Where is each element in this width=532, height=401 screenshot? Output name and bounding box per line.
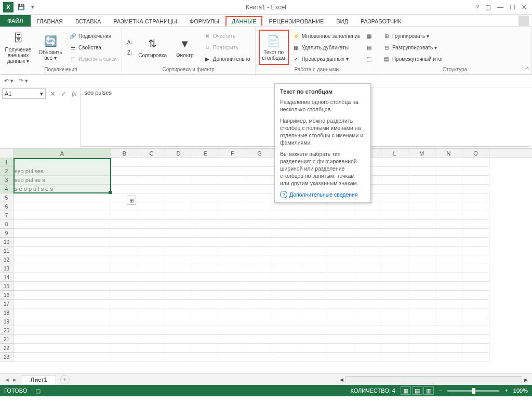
row-header-18[interactable]: 18 — [0, 308, 14, 317]
cell-H15[interactable] — [273, 282, 300, 291]
cell-N19[interactable] — [435, 317, 462, 326]
column-header-L[interactable]: L — [381, 149, 408, 158]
cell-M7[interactable] — [408, 211, 435, 220]
cell-D5[interactable] — [165, 193, 192, 202]
cell-O14[interactable] — [462, 273, 489, 282]
cell-L20[interactable] — [381, 326, 408, 335]
cell-J23[interactable] — [327, 353, 354, 361]
cell-F15[interactable] — [219, 282, 246, 291]
view-pagebreak-icon[interactable]: ▥ — [423, 386, 434, 395]
cell-M21[interactable] — [408, 335, 435, 344]
sheet-tab-1[interactable]: Лист1 — [22, 375, 56, 384]
cell-L12[interactable] — [381, 255, 408, 264]
cell-N14[interactable] — [435, 273, 462, 282]
cell-E23[interactable] — [192, 353, 219, 361]
cell-N22[interactable] — [435, 344, 462, 353]
cell-A13[interactable] — [14, 264, 111, 273]
column-header-B[interactable]: B — [111, 149, 138, 158]
row-header-20[interactable]: 20 — [0, 326, 14, 335]
column-header-E[interactable]: E — [192, 149, 219, 158]
cell-I7[interactable] — [300, 211, 327, 220]
row-header-10[interactable]: 10 — [0, 238, 14, 247]
cell-A6[interactable] — [14, 202, 111, 211]
cell-B15[interactable] — [111, 282, 138, 291]
cell-A23[interactable] — [14, 353, 111, 361]
cell-D19[interactable] — [165, 317, 192, 326]
cell-C1[interactable] — [138, 158, 165, 167]
cell-O18[interactable] — [462, 308, 489, 317]
cell-G17[interactable] — [246, 300, 273, 308]
cell-K17[interactable] — [354, 300, 381, 308]
cell-D2[interactable] — [165, 167, 192, 176]
row-header-15[interactable]: 15 — [0, 282, 14, 291]
cell-L8[interactable] — [381, 220, 408, 229]
cell-J22[interactable] — [327, 344, 354, 353]
cell-I18[interactable] — [300, 308, 327, 317]
cell-J19[interactable] — [327, 317, 354, 326]
cell-G10[interactable] — [246, 238, 273, 247]
cell-L19[interactable] — [381, 317, 408, 326]
cell-E11[interactable] — [192, 247, 219, 255]
tab-file[interactable]: ФАЙЛ — [0, 15, 31, 27]
cell-K13[interactable] — [354, 264, 381, 273]
cell-K18[interactable] — [354, 308, 381, 317]
cell-L5[interactable] — [381, 193, 408, 202]
cell-D7[interactable] — [165, 211, 192, 220]
cell-C8[interactable] — [138, 220, 165, 229]
cell-M1[interactable] — [408, 158, 435, 167]
edit-links-button[interactable]: ⬚Изменить связи — [68, 54, 118, 64]
subtotal-button[interactable]: ▤Промежуточный итог — [381, 54, 445, 64]
cell-H9[interactable] — [273, 229, 300, 238]
fx-icon[interactable]: fx — [72, 89, 76, 98]
cell-M12[interactable] — [408, 255, 435, 264]
cell-O1[interactable] — [462, 158, 489, 167]
cell-N17[interactable] — [435, 300, 462, 308]
help-icon[interactable]: ? — [475, 4, 479, 11]
column-header-C[interactable]: C — [138, 149, 165, 158]
cell-G9[interactable] — [246, 229, 273, 238]
cell-C22[interactable] — [138, 344, 165, 353]
cell-B11[interactable] — [111, 247, 138, 255]
cell-N23[interactable] — [435, 353, 462, 361]
cell-A7[interactable] — [14, 211, 111, 220]
cell-H23[interactable] — [273, 353, 300, 361]
cell-H14[interactable] — [273, 273, 300, 282]
cell-M17[interactable] — [408, 300, 435, 308]
tab-review[interactable]: РЕЦЕНЗИРОВАНИЕ — [262, 16, 330, 27]
cell-L18[interactable] — [381, 308, 408, 317]
cell-A14[interactable] — [14, 273, 111, 282]
cell-F10[interactable] — [219, 238, 246, 247]
cell-C23[interactable] — [138, 353, 165, 361]
row-header-22[interactable]: 22 — [0, 344, 14, 353]
row-header-12[interactable]: 12 — [0, 255, 14, 264]
cell-O11[interactable] — [462, 247, 489, 255]
enter-formula-icon[interactable]: ✓ — [61, 90, 66, 98]
cell-D14[interactable] — [165, 273, 192, 282]
row-header-16[interactable]: 16 — [0, 291, 14, 300]
cell-B18[interactable] — [111, 308, 138, 317]
row-header-7[interactable]: 7 — [0, 211, 14, 220]
cell-G21[interactable] — [246, 335, 273, 344]
view-pagelayout-icon[interactable]: ▤ — [412, 386, 422, 395]
cell-H6[interactable] — [273, 202, 300, 211]
cell-F11[interactable] — [219, 247, 246, 255]
relationships-button[interactable]: ⬚ — [364, 54, 375, 64]
cell-B12[interactable] — [111, 255, 138, 264]
cells-area[interactable]: ⊞ seo pulsesseo pul sesseo pul se ss e o… — [14, 158, 532, 366]
cell-G23[interactable] — [246, 353, 273, 361]
cell-G19[interactable] — [246, 317, 273, 326]
cell-L21[interactable] — [381, 335, 408, 344]
cell-J13[interactable] — [327, 264, 354, 273]
cell-J18[interactable] — [327, 308, 354, 317]
group-button[interactable]: ⊞Группировать ▾ — [381, 31, 445, 41]
cell-M18[interactable] — [408, 308, 435, 317]
sort-desc-button[interactable]: Z↓ — [125, 47, 136, 58]
cell-D6[interactable] — [165, 202, 192, 211]
row-header-9[interactable]: 9 — [0, 229, 14, 238]
cell-L1[interactable] — [381, 158, 408, 167]
cell-I8[interactable] — [300, 220, 327, 229]
tab-pagelayout[interactable]: РАЗМЕТКА СТРАНИЦЫ — [107, 16, 183, 27]
column-header-F[interactable]: F — [219, 149, 246, 158]
cell-A10[interactable] — [14, 238, 111, 247]
cell-F1[interactable] — [219, 158, 246, 167]
